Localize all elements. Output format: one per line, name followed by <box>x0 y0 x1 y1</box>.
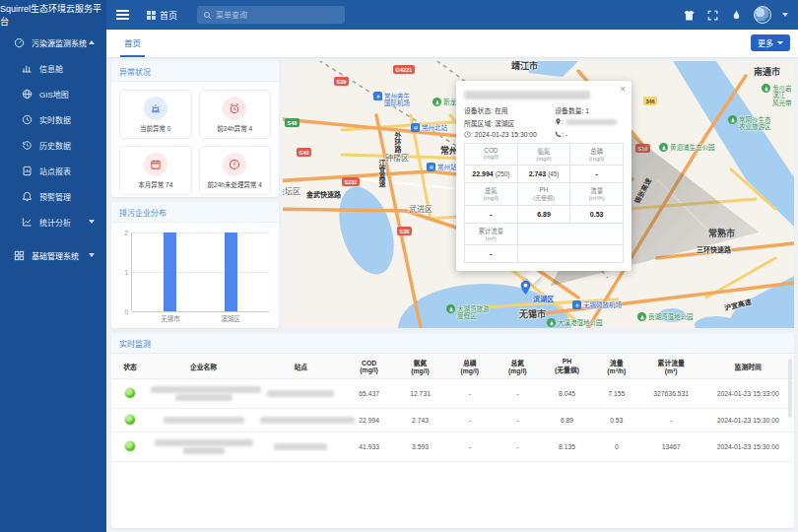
fullscreen-icon[interactable] <box>706 9 719 22</box>
column-header-总磷: 总磷(mg/l) <box>446 354 495 379</box>
sidebar-item-6[interactable]: 预警管理 <box>0 183 106 209</box>
popup-empty-cell <box>518 224 624 245</box>
device-count: 设备数量: 1 <box>555 105 624 115</box>
warning-icon <box>223 153 246 176</box>
abnormal-card-3[interactable]: 前24h未处理异常 4 <box>199 146 272 195</box>
map-label-district-5: 钟楼区 <box>385 154 409 163</box>
panel-title-abnormal: 异常状况 <box>111 61 279 82</box>
train-poi-icon <box>411 123 420 132</box>
sidebar-item-0[interactable]: 污染源监测系统 <box>0 30 106 55</box>
status-dot-online <box>125 415 135 425</box>
road-shield-S48: S48 <box>285 118 299 127</box>
table-cell: 3.593 <box>395 432 446 462</box>
map-label-poi-15: 黄泗浦生态公园 <box>659 144 715 152</box>
status-dot-online <box>125 441 135 451</box>
map-label-poi-17: 常阴沙生态 农业旅游区 <box>728 116 771 131</box>
map-label-poi-23: 常州站 <box>427 164 457 171</box>
table-cell: 327636.531 <box>640 379 701 409</box>
user-menu-caret-icon[interactable] <box>782 13 788 17</box>
sidebar-item-8[interactable]: 基础管理系统 <box>0 242 106 268</box>
device-region: 所属区域: 滨湖区 <box>464 118 555 128</box>
popup-metric-header-总磷: 总磷(mg/l) <box>570 144 624 166</box>
sidebar-item-4[interactable]: 历史数据 <box>0 132 106 158</box>
menu-toggle-icon[interactable] <box>116 8 129 22</box>
device-location: : <box>555 118 624 128</box>
y-tick-label: 0 <box>118 308 128 315</box>
bar-chart: 012无锡市滨湖区 <box>111 223 279 327</box>
abnormal-card-1[interactable]: 前24h异常 4 <box>199 90 272 139</box>
map-label-road-9: 三环快速路 <box>697 246 731 254</box>
alarm-clock-icon <box>223 97 246 120</box>
tree-poi-icon <box>762 84 770 93</box>
caret-up-icon <box>89 40 95 44</box>
tree-poi-icon <box>637 312 646 321</box>
map-label-city-3: 无锡市 <box>519 309 546 319</box>
topbar-actions <box>683 0 788 30</box>
abnormal-card-2[interactable]: 本月异常 74 <box>119 146 192 195</box>
clock-icon <box>22 114 33 125</box>
map-label-road-8: 金武快速路 <box>306 191 341 199</box>
table-row-1[interactable]: 22.9942.743--6.890.53-2024-01-23 15:30:0… <box>111 409 794 432</box>
breadcrumb[interactable]: 首页 <box>147 9 177 22</box>
top-bar: Squirrel生态环境云服务平台 首页 <box>0 0 798 30</box>
table-cell: 8.135 <box>542 432 593 462</box>
table-cell: 0 <box>593 432 641 462</box>
tab-home[interactable]: 首页 <box>120 30 145 57</box>
tree-poi-icon <box>432 98 441 106</box>
road-shield-S39: S39 <box>334 77 349 86</box>
search-input[interactable] <box>216 11 324 20</box>
alert-icon <box>22 191 33 202</box>
map-label-district-7: 金坛区 <box>283 187 300 196</box>
map-label-road-v-11: 外环路 <box>393 132 401 153</box>
table-scrollbar[interactable] <box>788 359 792 418</box>
site-marker-pin[interactable] <box>519 280 532 299</box>
sidebar-item-7[interactable]: 统计分析 <box>0 209 106 234</box>
table-cell: - <box>494 432 542 462</box>
theme-skin-icon[interactable] <box>683 9 696 22</box>
popup-metric-header-总氮: 总氮(mg/l) <box>465 183 518 206</box>
cube-icon <box>14 250 25 261</box>
sidebar-item-3[interactable]: 实时数据 <box>0 106 106 132</box>
column-header-COD: COD(mg/l) <box>344 354 395 379</box>
sidebar-item-5[interactable]: 站点报表 <box>0 158 106 183</box>
map-label-city-1: 南通市 <box>754 67 780 77</box>
station-name-redacted <box>258 379 344 409</box>
road-shield-G42: G42 <box>297 148 311 157</box>
popup-metric-value-PH: 6.89 <box>518 206 571 224</box>
caret-down-icon <box>89 253 95 257</box>
enterprise-distribution-panel: 排污企业分布 012无锡市滨湖区 <box>111 202 279 328</box>
sidebar-item-2[interactable]: GIS地图 <box>0 81 106 106</box>
table-row-2[interactable]: 41.9333.593--8.1350134672024-01-23 15:30… <box>111 432 794 462</box>
popup-metric-value-流量: 0.53 <box>570 206 624 224</box>
abnormal-card-0[interactable]: 当前异常 0 <box>119 90 192 139</box>
popup-metric-value-总氮: - <box>465 206 518 224</box>
user-avatar[interactable] <box>754 6 771 24</box>
map-label-poi-22: 常州北站 <box>411 124 447 132</box>
column-header-PH: PH(无量纲) <box>542 354 593 379</box>
map-label-poi-19: 大溪港湿地公园 <box>547 319 603 327</box>
table-cell: 65.437 <box>344 379 395 409</box>
chevron-down-icon <box>777 41 783 44</box>
station-info-popup: × 设备状态: 在用 设备数量: 1 所属区域: 滨湖区 : : 2024-01… <box>456 81 632 271</box>
gis-map[interactable]: 靖江市南通市常州市无锡市常熟市钟楼区武进区金坛区金武快速路三环快速路沪宜高速外环… <box>283 61 794 328</box>
y-tick-label: 2 <box>118 230 128 236</box>
gridline <box>132 311 269 312</box>
flame-icon[interactable] <box>730 9 743 22</box>
app-window: Squirrel生态环境云服务平台 首页 污染源监测系统信息舱GIS地图实时数据… <box>0 0 798 532</box>
column-header-站点: 站点 <box>258 354 344 379</box>
popup-metric-value-总磷: - <box>570 166 624 183</box>
bar-无锡市 <box>164 233 176 311</box>
menu-search[interactable] <box>197 6 345 24</box>
table-cell: 41.933 <box>344 432 395 462</box>
popup-empty-cell <box>518 245 624 263</box>
popup-metric-header-累计流量: 累计流量(m³) <box>465 224 518 245</box>
table-cell: 2024-01-23 15:30:00 <box>701 432 794 462</box>
road-shield-S232: S232 <box>342 177 360 186</box>
popup-close-icon[interactable]: × <box>620 84 626 95</box>
sidebar-item-1[interactable]: 信息舱 <box>0 55 106 81</box>
table-row-0[interactable]: 65.43712.731--8.0457.155327636.5312024-0… <box>111 379 794 409</box>
company-name-redacted <box>149 432 258 462</box>
more-button[interactable]: 更多 <box>751 34 790 51</box>
map-label-district-6: 武进区 <box>409 205 432 214</box>
plane-poi-icon <box>572 300 581 309</box>
